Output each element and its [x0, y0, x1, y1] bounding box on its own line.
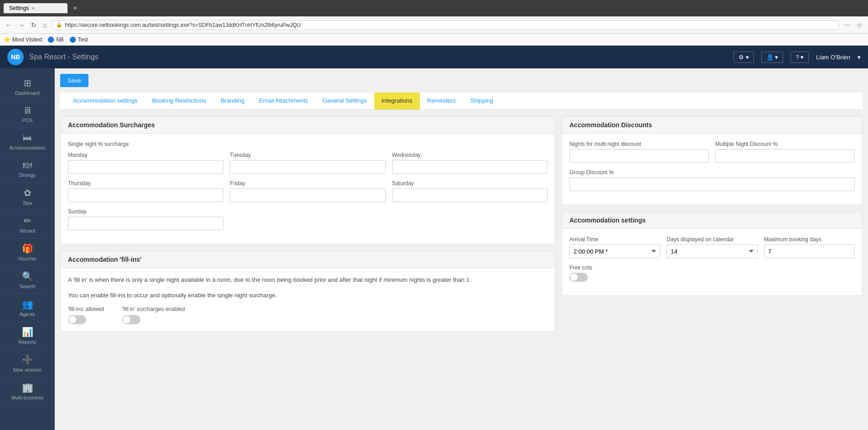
fillins-allowed-toggle[interactable]	[68, 315, 86, 324]
sidebar-item-label: Wizard	[20, 228, 35, 233]
surcharges-enabled-toggle[interactable]	[122, 315, 140, 324]
days-displayed-select-wrapper: 14	[666, 244, 757, 258]
sidebar-item-agents[interactable]: 👥 Agents	[0, 294, 55, 322]
tabs-container: Accommodation settings Booking Restricti…	[60, 93, 863, 110]
header-right: ⚙ ▾ 👤 ▾ ? ▾ Liam O'Brien ▾	[734, 52, 861, 63]
toggle-group: 'fill-ins' allowed 'fill in' surcharges …	[68, 306, 548, 324]
sidebar-item-new-session[interactable]: ➕ New session	[0, 350, 55, 378]
bookmark-nb[interactable]: 🔵 NB	[47, 36, 64, 43]
sunday-input[interactable]	[68, 217, 223, 230]
sidebar-item-reports[interactable]: 📊 Reports	[0, 322, 55, 350]
tab-branding[interactable]: Branding	[213, 93, 252, 109]
tab-booking-restrictions[interactable]: Booking Restrictions	[145, 93, 214, 109]
forward-button[interactable]: →	[16, 21, 26, 30]
surcharges-card-body: Single night % surcharge Monday Tuesday	[61, 134, 555, 244]
thursday-input[interactable]	[68, 188, 223, 202]
sidebar-item-label: Spa	[23, 200, 32, 206]
sidebar-item-label: Voucher	[18, 256, 36, 261]
discounts-card-header: Accommodation Discounts	[562, 117, 862, 134]
sidebar-item-dinings[interactable]: 🍽 Dinings	[0, 155, 55, 183]
search-icon: 🔍	[22, 271, 33, 282]
fillins-desc-2: You can enable fill-ins to occur and opt…	[68, 291, 548, 300]
wizard-icon: ✏	[24, 215, 31, 226]
thursday-label: Thursday	[68, 180, 223, 187]
discounts-card-body: Nights for multi night discount Multiple…	[562, 134, 862, 205]
day-row-2: Thursday Friday Saturday	[68, 180, 548, 202]
bookmarks-btn[interactable]: ☆	[855, 21, 864, 30]
friday-input[interactable]	[230, 188, 385, 202]
sidebar-item-label: Dashboard	[15, 90, 40, 96]
saturday-input[interactable]	[392, 188, 548, 202]
nights-input[interactable]	[569, 149, 709, 163]
nights-col: Nights for multi night discount	[569, 141, 709, 163]
back-button[interactable]: ←	[4, 21, 14, 30]
free-cots-label: Free cots	[569, 264, 855, 271]
sunday-col: Sunday	[68, 208, 223, 230]
bookmark-most-visited[interactable]: ⭐ Most Visited	[4, 36, 42, 43]
user-icon-btn[interactable]: 👤 ▾	[761, 52, 784, 63]
help-icon-btn[interactable]: ? ▾	[790, 52, 809, 63]
sidebar-item-search[interactable]: 🔍 Search	[0, 266, 55, 294]
home-button[interactable]: ⌂	[41, 21, 48, 30]
multiple-night-input[interactable]	[715, 149, 855, 163]
tuesday-col: Tuesday	[230, 152, 385, 174]
discounts-card: Accommodation Discounts Nights for multi…	[562, 116, 863, 205]
pos-icon: 🖥	[23, 105, 32, 116]
max-booking-input[interactable]	[764, 244, 855, 258]
monday-input[interactable]	[68, 160, 223, 174]
sidebar-item-wizard[interactable]: ✏ Wizard	[0, 211, 55, 238]
day-row-1: Monday Tuesday Wednesday	[68, 152, 548, 174]
tab-general-settings[interactable]: General Settings	[315, 93, 374, 109]
browser-chrome: Settings × +	[0, 0, 868, 16]
tab-title: Settings	[9, 5, 29, 11]
tab-accommodation-settings[interactable]: Accommodation settings	[66, 93, 145, 109]
dinings-icon: 🍽	[23, 160, 32, 171]
app-logo: NB	[7, 49, 24, 65]
sidebar-item-pos[interactable]: 🖥 POS	[0, 101, 55, 128]
more-btn[interactable]: ⋯	[842, 21, 852, 30]
content-area: Save Accommodation settings Booking Rest…	[55, 68, 868, 430]
multi-business-icon: 🏢	[22, 382, 33, 393]
tab-close-btn[interactable]: ×	[31, 5, 34, 11]
days-displayed-select[interactable]: 14	[666, 244, 757, 258]
address-bar[interactable]: 🔒 https://secure.netbookings.com.au/test…	[51, 20, 839, 30]
sidebar-item-spa[interactable]: ✿ Spa	[0, 183, 55, 211]
sidebar-item-label: Accommodation	[10, 145, 46, 150]
sidebar-item-accommodation[interactable]: 🛏 Accommodation	[0, 128, 55, 155]
sidebar: ⊞ Dashboard 🖥 POS 🛏 Accommodation 🍽 Dini…	[0, 68, 55, 430]
bookmarks-bar: ⭐ Most Visited 🔵 NB 🔵 Test	[0, 34, 868, 46]
arrival-time-select[interactable]: 2:00:00 PM *	[569, 244, 660, 258]
refresh-button[interactable]: ↻	[29, 21, 38, 30]
panel-right: Accommodation Discounts Nights for multi…	[562, 116, 863, 338]
fillins-desc-1: A 'fill in' is when there is only a sing…	[68, 275, 548, 285]
user-chevron[interactable]: ▾	[858, 54, 861, 61]
tuesday-input[interactable]	[230, 160, 385, 174]
sidebar-item-voucher[interactable]: 🎁 Voucher	[0, 238, 55, 266]
new-tab-button[interactable]: +	[71, 4, 79, 12]
agents-icon: 👥	[22, 299, 33, 310]
save-button[interactable]: Save	[60, 74, 88, 87]
group-discount-input[interactable]	[569, 177, 855, 191]
sidebar-item-label: POS	[22, 118, 32, 123]
settings-row-1: Arrival Time 2:00:00 PM * Days displayed…	[569, 236, 855, 258]
tab-integrations[interactable]: Integrations	[374, 93, 420, 109]
browser-tab[interactable]: Settings ×	[4, 3, 67, 13]
fillins-allowed-group: 'fill-ins' allowed	[68, 306, 104, 324]
friday-col: Friday	[230, 180, 385, 202]
max-booking-col: Maximum booking days	[764, 236, 855, 258]
tab-shipping[interactable]: Shipping	[463, 93, 501, 109]
user-name[interactable]: Liam O'Brien	[816, 54, 850, 61]
sidebar-item-multi-business[interactable]: 🏢 Multi-business	[0, 378, 55, 405]
tab-email-attachments[interactable]: Email Attachments	[252, 93, 315, 109]
wednesday-input[interactable]	[392, 160, 548, 174]
bookmark-test[interactable]: 🔵 Test	[69, 36, 88, 43]
fillins-allowed-label: 'fill-ins' allowed	[68, 306, 104, 312]
tab-reminders[interactable]: Reminders	[420, 93, 463, 109]
free-cots-toggle[interactable]	[569, 273, 588, 282]
sidebar-item-dashboard[interactable]: ⊞ Dashboard	[0, 73, 55, 101]
wednesday-col: Wednesday	[392, 152, 548, 174]
surcharges-enabled-label: 'fill in' surcharges enabled	[122, 306, 185, 312]
settings-icon-btn[interactable]: ⚙ ▾	[734, 52, 754, 63]
discount-row-1: Nights for multi night discount Multiple…	[569, 141, 855, 163]
fillins-card: Accommodation 'fill-ins' A 'fill in' is …	[60, 251, 555, 332]
